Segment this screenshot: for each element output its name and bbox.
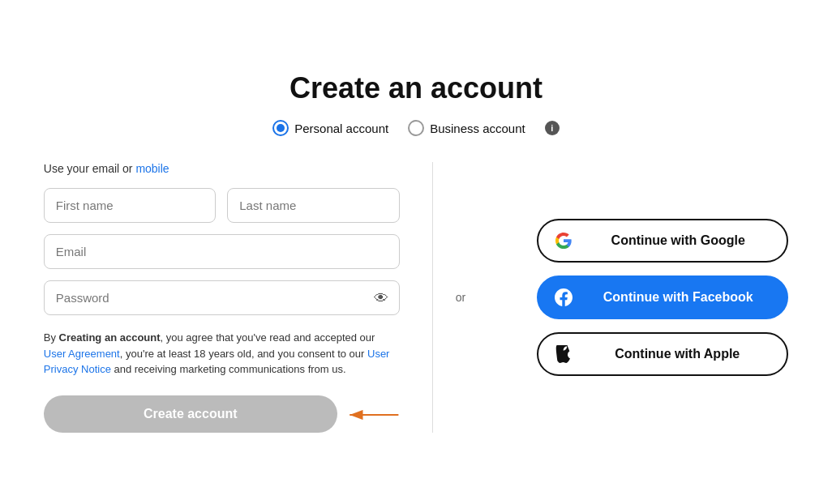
or-divider: or	[433, 291, 488, 304]
left-panel: Use your email or mobile 👁 By Creating a…	[44, 162, 433, 433]
right-panel: Continue with Google Continue with Faceb…	[488, 219, 788, 376]
show-password-icon[interactable]: 👁	[374, 289, 388, 306]
mobile-link[interactable]: mobile	[135, 162, 169, 175]
use-email-static: Use your email or	[44, 162, 133, 175]
email-input[interactable]	[44, 234, 400, 269]
facebook-icon	[555, 288, 573, 306]
create-row: Create account	[44, 395, 400, 433]
google-button[interactable]: Continue with Google	[537, 219, 788, 263]
apple-button-label: Continue with Apple	[584, 347, 770, 361]
facebook-button-label: Continue with Facebook	[585, 290, 770, 305]
email-row	[44, 234, 400, 269]
account-type-row: Personal account Business account i	[67, 120, 765, 136]
personal-radio[interactable]	[272, 120, 289, 136]
google-icon	[555, 232, 573, 250]
personal-account-option[interactable]: Personal account	[272, 120, 388, 136]
business-radio[interactable]	[408, 120, 424, 136]
business-account-label: Business account	[430, 122, 525, 135]
google-button-label: Continue with Google	[585, 233, 770, 248]
facebook-button[interactable]: Continue with Facebook	[537, 275, 788, 319]
user-agreement-link[interactable]: User Agreement	[44, 348, 120, 360]
personal-account-label: Personal account	[294, 122, 388, 135]
page-title: Create an account	[67, 71, 765, 105]
password-field-wrapper: 👁	[44, 280, 400, 315]
password-input[interactable]	[44, 280, 400, 315]
apple-icon	[555, 345, 571, 363]
name-row	[44, 188, 400, 223]
use-email-text: Use your email or mobile	[44, 162, 400, 175]
terms-text: By Creating an account, you agree that y…	[44, 330, 400, 378]
create-account-button[interactable]: Create account	[44, 395, 337, 433]
first-name-input[interactable]	[44, 188, 217, 223]
main-layout: Use your email or mobile 👁 By Creating a…	[67, 162, 765, 433]
password-row: 👁	[44, 280, 400, 315]
last-name-input[interactable]	[227, 188, 400, 223]
apple-button[interactable]: Continue with Apple	[537, 332, 788, 376]
info-icon[interactable]: i	[545, 121, 560, 135]
page-container: Create an account Personal account Busin…	[51, 39, 781, 465]
or-label: or	[449, 291, 472, 304]
business-account-option[interactable]: Business account	[408, 120, 525, 136]
arrow-indicator	[347, 405, 400, 425]
